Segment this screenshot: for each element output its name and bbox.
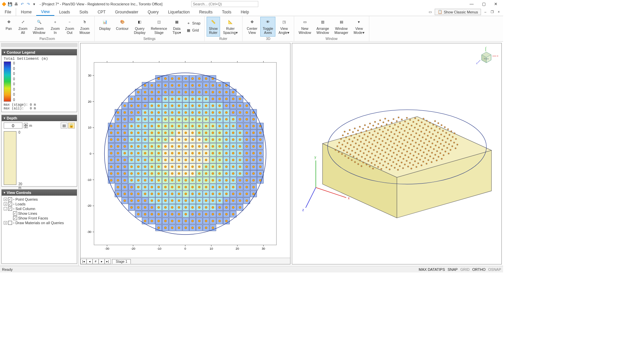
tree-item[interactable]: +✓▫Loads bbox=[4, 202, 75, 206]
save-icon[interactable]: 💾 bbox=[7, 1, 13, 7]
expand-icon[interactable]: + bbox=[4, 221, 7, 225]
expand-icon[interactable]: - bbox=[4, 207, 7, 210]
undo-icon[interactable]: ↶ bbox=[19, 1, 25, 7]
depth-spin-down[interactable]: ▼ bbox=[24, 126, 28, 128]
view-mode-button[interactable]: ▾ViewMode▾ bbox=[351, 17, 367, 37]
svg-point-515 bbox=[192, 166, 194, 168]
tab-help[interactable]: Help bbox=[236, 8, 254, 16]
tab-view[interactable]: View bbox=[36, 8, 54, 16]
svg-point-327 bbox=[164, 179, 166, 181]
depth-header[interactable]: ▾Depth bbox=[2, 115, 77, 121]
svg-point-1050 bbox=[385, 142, 386, 144]
depth-spin-up[interactable]: ▲ bbox=[24, 123, 28, 126]
mdi-restore-button[interactable]: ❐ bbox=[490, 10, 494, 14]
zoom-in-button[interactable]: ＋ZoomIn bbox=[48, 17, 62, 37]
tree-item[interactable]: ✓Show Lines bbox=[4, 211, 75, 216]
qat-dropdown-icon[interactable]: ▾ bbox=[32, 1, 37, 7]
panel-gripper[interactable] bbox=[1, 43, 77, 47]
display-button[interactable]: 📊Display bbox=[97, 17, 113, 37]
checkbox-icon[interactable]: ✓ bbox=[8, 197, 12, 201]
svg-point-969 bbox=[355, 143, 356, 144]
print-icon[interactable]: 🖶 bbox=[13, 1, 19, 7]
center-view-button[interactable]: ✥CenterView bbox=[245, 17, 260, 37]
tab-query[interactable]: Query bbox=[143, 8, 163, 16]
zoom-window-button[interactable]: 🔍ZoomWindow bbox=[31, 17, 48, 37]
tab-results[interactable]: Results bbox=[195, 8, 217, 16]
toggle-axes-button[interactable]: 👁ToggleAxes bbox=[260, 17, 275, 37]
close-button[interactable]: ✕ bbox=[492, 1, 499, 7]
zoom-mouse-button[interactable]: 🖱ZoomMouse bbox=[77, 17, 93, 37]
tab-loads[interactable]: Loads bbox=[54, 8, 75, 16]
redo-icon[interactable]: ↷ bbox=[25, 1, 31, 7]
svg-point-1149 bbox=[407, 132, 408, 134]
zoom-all-button[interactable]: ⤢ZoomAll bbox=[16, 17, 30, 37]
show-classic-menus-button[interactable]: 📋Show Classic Menus bbox=[435, 9, 481, 15]
show-ruler-button[interactable]: 📏ShowRuler bbox=[207, 17, 220, 37]
tab-groundwater[interactable]: Groundwater bbox=[110, 8, 143, 16]
minimize-button[interactable]: — bbox=[468, 1, 475, 7]
tab-liquefaction[interactable]: Liquefaction bbox=[163, 8, 195, 16]
grid-button[interactable]: ▦Grid bbox=[184, 27, 202, 34]
svg-point-1128 bbox=[399, 132, 400, 133]
svg-point-463 bbox=[185, 186, 187, 188]
arrange-window-button[interactable]: ▥ArrangeWindow bbox=[314, 17, 331, 37]
reference-stage-button[interactable]: ◫ReferenceStage bbox=[149, 17, 169, 37]
stage-tab[interactable]: Stage 1 bbox=[112, 259, 131, 264]
maximize-button[interactable]: ▢ bbox=[480, 1, 487, 7]
tab-tools[interactable]: Tools bbox=[217, 8, 236, 16]
stage-last-button[interactable]: ▸| bbox=[105, 259, 111, 264]
window-manager-button[interactable]: ▤WindowManager bbox=[332, 17, 351, 37]
contour-button[interactable]: 🎨Contour bbox=[114, 17, 131, 37]
checkbox-icon[interactable] bbox=[8, 221, 12, 225]
status-toggle-ortho[interactable]: ORTHO bbox=[472, 267, 486, 271]
tree-item[interactable]: +✓▫Point Queries bbox=[4, 197, 75, 202]
stage-index-button[interactable]: # bbox=[93, 259, 99, 264]
svg-point-255 bbox=[151, 118, 153, 120]
mdi-close-button[interactable]: × bbox=[496, 10, 501, 14]
navigation-cube[interactable]: Front x y z bbox=[475, 47, 498, 70]
tree-item[interactable]: +▫Draw Materials on all Queries bbox=[4, 220, 75, 225]
stage-next-button[interactable]: ▸ bbox=[99, 259, 105, 264]
view-controls-header[interactable]: ▾View Controls bbox=[2, 190, 77, 196]
svg-point-1095 bbox=[411, 149, 413, 151]
checkbox-icon[interactable]: ✓ bbox=[13, 216, 17, 220]
ribbon-option-icon[interactable]: ▭ bbox=[428, 10, 433, 14]
checkbox-icon[interactable]: ✓ bbox=[8, 202, 12, 206]
svg-point-337 bbox=[164, 145, 166, 147]
stage-first-button[interactable]: |◂ bbox=[80, 259, 87, 264]
depth-lock-icon[interactable]: 🔒 bbox=[68, 122, 75, 129]
depth-layers-icon[interactable]: ▤ bbox=[61, 122, 67, 129]
tab-home[interactable]: Home bbox=[16, 8, 36, 16]
status-toggle-max-datatips[interactable]: MAX DATATIPS bbox=[419, 267, 445, 271]
view-3d[interactable]: xyz Front x y z bbox=[292, 43, 502, 264]
pan-button[interactable]: ✥Pan bbox=[2, 17, 15, 37]
tab-file[interactable]: File bbox=[0, 8, 16, 16]
expand-icon[interactable]: + bbox=[4, 202, 7, 206]
ruler-spacing-button[interactable]: 📐RulerSpacing▾ bbox=[221, 17, 240, 37]
contour-legend-header[interactable]: ▾Contour Legend bbox=[2, 49, 77, 55]
svg-point-555 bbox=[198, 186, 200, 188]
tree-item[interactable]: -✓▫Soil Column bbox=[4, 206, 75, 211]
query-display-button[interactable]: ◧QueryDisplay bbox=[131, 17, 148, 37]
search-input[interactable] bbox=[191, 1, 258, 7]
tab-soils[interactable]: Soils bbox=[75, 8, 93, 16]
checkbox-icon[interactable]: ✓ bbox=[8, 207, 12, 211]
tab-cpt[interactable]: CPT bbox=[93, 8, 110, 16]
view-angle-button[interactable]: ◳ViewAngle▾ bbox=[276, 17, 292, 37]
svg-point-153 bbox=[137, 186, 139, 188]
plan-view-2d[interactable]: -30-20-100102030-30-20-100102030 |◂ ◂ # … bbox=[80, 43, 290, 264]
svg-point-123 bbox=[130, 166, 132, 168]
zoom-out-button[interactable]: －ZoomOut bbox=[63, 17, 76, 37]
depth-input[interactable] bbox=[4, 122, 22, 129]
tree-item[interactable]: ✓Show Front Faces bbox=[4, 216, 75, 220]
status-toggle-osnap[interactable]: OSNAP bbox=[488, 267, 501, 271]
checkbox-icon[interactable]: ✓ bbox=[13, 211, 17, 215]
expand-icon[interactable]: + bbox=[4, 198, 7, 201]
stage-prev-button[interactable]: ◂ bbox=[87, 259, 93, 264]
snap-button[interactable]: ⌖Snap bbox=[184, 20, 202, 27]
mdi-minimize-button[interactable]: – bbox=[483, 10, 488, 14]
datatips-button[interactable]: ▦DataTips▾ bbox=[170, 17, 183, 37]
new-window-button[interactable]: ▭NewWindow bbox=[296, 17, 313, 37]
status-toggle-grid[interactable]: GRID bbox=[460, 267, 470, 271]
status-toggle-snap[interactable]: SNAP bbox=[447, 267, 458, 271]
